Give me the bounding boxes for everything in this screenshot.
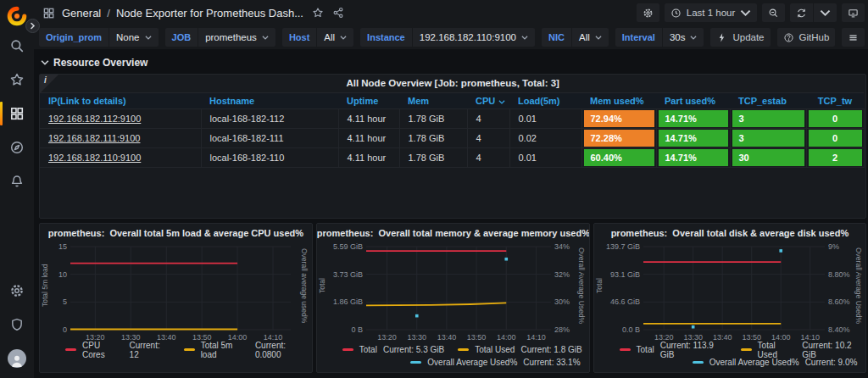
column-header-tcp_estab[interactable]: TCP_estab xyxy=(730,93,806,109)
sidebar-item-server-admin[interactable] xyxy=(0,310,34,339)
legend-series-name[interactable]: Total xyxy=(637,345,654,354)
grafana-logo-icon[interactable] xyxy=(7,6,27,26)
variable-selected-value: 30s xyxy=(670,32,686,42)
variable-value-dropdown[interactable]: 30s xyxy=(663,28,704,47)
column-header-uptime[interactable]: Uptime xyxy=(338,93,399,109)
svg-text:34%: 34% xyxy=(554,242,570,251)
chart-plot[interactable]: 0.0 B46.6 GiB93.1 GiB139.7 GiB8.40%8.60%… xyxy=(604,240,854,343)
cell-tcp_tw: 0 xyxy=(806,109,864,129)
variable-value-dropdown[interactable]: All xyxy=(317,28,353,47)
variable-selected-value: None xyxy=(116,32,140,42)
chevron-down-icon xyxy=(41,59,49,66)
all-node-overview-panel: i All Node Overview [Job: prometheus, To… xyxy=(39,74,866,219)
sort-chevron-icon xyxy=(498,99,505,105)
panel-menu-button[interactable] xyxy=(842,28,865,47)
y-axis-label-left: Total xyxy=(594,240,604,343)
column-header-label: Uptime xyxy=(347,96,378,106)
column-header-tcp_tw[interactable]: TCP_tw xyxy=(806,93,864,109)
chart-plot[interactable]: 0 B1.86 GiB3.73 GiB5.59 GiB28%30%32%34%1… xyxy=(327,240,576,343)
star-icon xyxy=(9,72,25,87)
dashboard-title[interactable]: Node Exporter for Prometheus Dash... xyxy=(116,7,303,19)
chart-plot[interactable]: 05101513:2013:3013:4013:5014:0014:10 xyxy=(50,240,299,343)
legend-series-name[interactable]: Total 5m load xyxy=(201,341,249,359)
sidebar-item-explore[interactable] xyxy=(0,133,34,162)
variable-value-dropdown[interactable]: 192.168.182.110:9100 xyxy=(413,28,535,47)
column-header-part_used[interactable]: Part used% xyxy=(656,93,730,109)
node-detail-link[interactable]: 192.168.182.111:9100 xyxy=(48,133,140,143)
legend-series-name[interactable]: Total xyxy=(359,345,377,354)
legend-series-name[interactable]: CPU Cores xyxy=(82,341,124,359)
row-resource-overview[interactable]: Resource Overview xyxy=(41,54,866,71)
chart-title[interactable]: prometheus: Overall total disk & average… xyxy=(594,224,866,240)
refresh-interval-dropdown[interactable] xyxy=(814,3,837,22)
cell-tcp_estab: 30 xyxy=(730,148,806,168)
sidebar-item-dashboards[interactable] xyxy=(0,99,34,128)
star-icon[interactable] xyxy=(312,7,324,19)
column-header-label: Part used% xyxy=(665,96,715,106)
sidebar-item-alerting[interactable] xyxy=(0,167,34,196)
legend-series-name[interactable]: Total Used xyxy=(475,345,515,354)
variable-value-dropdown[interactable]: None xyxy=(109,28,159,47)
legend-entry[interactable]: Total 5m loadCurrent: 0.0800 xyxy=(184,341,312,359)
chart-body: Total0.0 B46.6 GiB93.1 GiB139.7 GiB8.40%… xyxy=(594,240,866,343)
legend-entry[interactable]: TotalCurrent: 5.3 GiB xyxy=(342,345,444,354)
refresh-button[interactable] xyxy=(790,3,813,22)
legend-entry[interactable]: Total UsedCurrent: 1.8 GiB xyxy=(458,345,582,354)
mem_used-badge: 72.94% xyxy=(584,110,654,127)
update-link-button[interactable]: Update xyxy=(710,28,770,47)
cell-part_used: 14.71% xyxy=(656,109,730,129)
dashboard-settings-button[interactable] xyxy=(637,3,659,22)
zoom-out-button[interactable] xyxy=(762,3,785,22)
share-icon[interactable] xyxy=(332,7,344,19)
sidebar-item-search[interactable] xyxy=(0,31,34,60)
y-axis-label-left: Total 5m load xyxy=(40,240,50,343)
svg-text:46.6 GiB: 46.6 GiB xyxy=(610,297,640,306)
variable-value-dropdown[interactable]: prometheus xyxy=(198,28,275,47)
search-icon xyxy=(9,38,25,53)
part_used-badge: 14.71% xyxy=(659,149,728,166)
cell-cpu: 4 xyxy=(467,109,509,129)
legend-series-name[interactable]: Overall Average Used% xyxy=(427,358,517,367)
node-detail-link[interactable]: 192.168.182.110:9100 xyxy=(48,153,141,163)
variable-selected-value: prometheus xyxy=(205,32,257,42)
breadcrumb-section[interactable]: General xyxy=(62,7,101,19)
variable-label: NIC xyxy=(542,28,571,47)
dashboard-links: Update GitHub xyxy=(710,28,865,47)
time-range-picker[interactable]: Last 1 hour xyxy=(665,3,758,22)
sidebar-expand-button[interactable] xyxy=(25,19,40,33)
variable-value-dropdown[interactable]: All xyxy=(572,28,609,47)
column-header-hostname[interactable]: Hostname xyxy=(201,93,338,109)
cell-load: 0.02 xyxy=(509,129,581,148)
svg-text:5.59 GiB: 5.59 GiB xyxy=(333,242,363,251)
svg-text:3.73 GiB: 3.73 GiB xyxy=(333,270,363,279)
column-header-ip[interactable]: IP(Link to details) xyxy=(40,93,201,109)
variable-label: Instance xyxy=(360,28,412,47)
node-detail-link[interactable]: 192.168.182.112:9100 xyxy=(48,114,141,124)
column-header-mem_used[interactable]: Mem used% xyxy=(581,93,656,109)
column-header-cpu[interactable]: CPU xyxy=(467,93,509,109)
sidebar-item-starred[interactable] xyxy=(0,65,34,94)
legend-entry[interactable]: Overall Average Used%Current: 33.1% xyxy=(410,358,580,367)
legend-entry[interactable]: Overall Average Used%Current: 9.0% xyxy=(693,358,858,367)
variable-selected-value: All xyxy=(579,32,590,42)
tcp_tw-badge: 0 xyxy=(809,110,862,127)
panel-title[interactable]: All Node Overview [Job: prometheus, Tota… xyxy=(40,75,865,92)
legend-series-name[interactable]: Overall Average Used% xyxy=(709,358,799,367)
column-header-mem[interactable]: Mem xyxy=(399,93,467,109)
github-link-button[interactable]: GitHub xyxy=(777,28,836,47)
chart-panel-0: prometheus: Overall total 5m load & aver… xyxy=(39,223,313,373)
cell-tcp_estab: 3 xyxy=(730,129,806,148)
chart-title[interactable]: prometheus: Overall total memory & avera… xyxy=(317,224,589,240)
cell-tcp_tw: 0 xyxy=(806,129,864,148)
avatar xyxy=(8,349,26,368)
bell-icon xyxy=(9,174,25,189)
cycle-view-mode-button[interactable] xyxy=(842,3,865,22)
legend-entry[interactable]: CPU CoresCurrent: 12 xyxy=(65,341,170,359)
sidebar-item-profile[interactable] xyxy=(0,344,34,373)
topbar-actions: Last 1 hour xyxy=(637,3,865,22)
column-header-load[interactable]: Load(5m) xyxy=(509,93,581,109)
chart-title[interactable]: prometheus: Overall total 5m load & aver… xyxy=(40,224,312,240)
section-title: Resource Overview xyxy=(53,57,147,69)
chart-body: Total0 B1.86 GiB3.73 GiB5.59 GiB28%30%32… xyxy=(317,240,589,343)
sidebar-item-configuration[interactable] xyxy=(0,276,34,305)
